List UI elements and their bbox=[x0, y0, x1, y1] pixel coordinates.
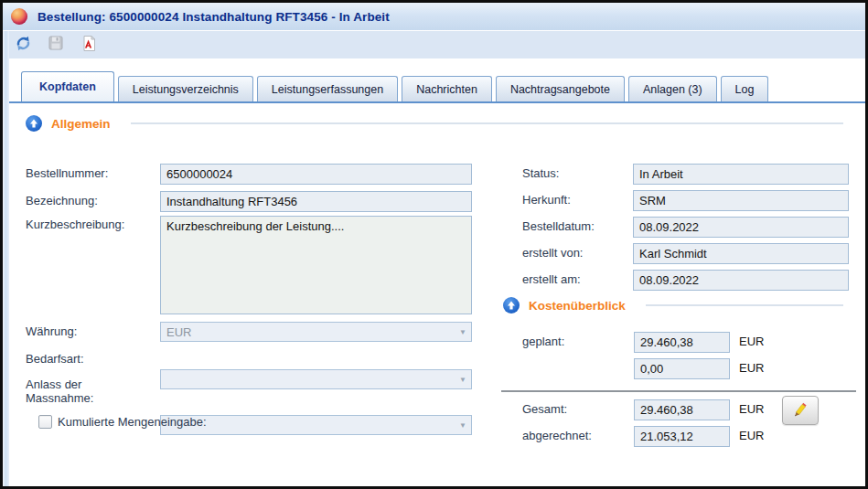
edit-gesamt-button[interactable] bbox=[782, 396, 819, 425]
waehrung-selected-value: EUR bbox=[166, 325, 191, 339]
chevron-down-icon: ▼ bbox=[459, 328, 466, 336]
tab-panel-kopfdaten: Allgemein Bestellnummer: Bezeichnung: Ku… bbox=[9, 103, 865, 486]
section-allgemein-header: Allgemein bbox=[26, 115, 854, 132]
kurzbeschreibung-field[interactable]: Kurzbeschreibung der Leistung.... bbox=[160, 216, 472, 314]
status-label: Status: bbox=[522, 166, 627, 180]
bezeichnung-label: Bezeichnung: bbox=[26, 194, 154, 207]
herkunft-field[interactable] bbox=[633, 190, 849, 211]
bestelldatum-field[interactable] bbox=[633, 217, 849, 238]
gesamt-label: Gesamt: bbox=[522, 402, 627, 416]
waehrung-label: Währung: bbox=[26, 324, 154, 338]
section-rule bbox=[131, 122, 843, 124]
geplant-currency: EUR bbox=[739, 335, 764, 348]
herkunft-label: Herkunft: bbox=[522, 193, 627, 207]
chevron-down-icon: ▼ bbox=[459, 376, 466, 384]
geplant-label: geplant: bbox=[522, 335, 627, 348]
section-rule bbox=[646, 304, 843, 306]
section-title-allgemein: Allgemein bbox=[51, 117, 111, 131]
erstellt-am-label: erstellt am: bbox=[522, 272, 627, 286]
kumulierte-checkbox[interactable] bbox=[38, 415, 52, 429]
tab-leistungserfassungen[interactable]: Leistungserfassungen bbox=[257, 76, 398, 101]
gesamt-currency: EUR bbox=[739, 402, 764, 416]
abgerechnet-field[interactable] bbox=[634, 426, 730, 447]
tab-leistungsverzeichnis[interactable]: Leistungsverzeichnis bbox=[118, 76, 253, 101]
app-logo-icon bbox=[11, 8, 27, 25]
window-frame-strip bbox=[3, 31, 9, 486]
bedarfsart-select[interactable]: ▼ bbox=[160, 369, 472, 389]
erstellt-von-label: erstellt von: bbox=[522, 246, 627, 260]
kumulierte-label: Kumulierte Mengeneingabe: bbox=[58, 415, 207, 429]
bedarfsart-label: Bedarfsart: bbox=[26, 352, 154, 366]
pencil-icon bbox=[793, 401, 809, 420]
bestellnummer-label: Bestellnummer: bbox=[26, 166, 154, 180]
save-icon bbox=[48, 35, 64, 55]
geplant-zeile2-field[interactable] bbox=[634, 358, 730, 379]
status-field[interactable] bbox=[633, 164, 849, 185]
erstellt-von-field[interactable] bbox=[633, 243, 849, 264]
kurzbeschreibung-label: Kurzbeschreibung: bbox=[26, 218, 154, 231]
pdf-export-icon bbox=[80, 35, 97, 56]
app-window: Bestellung: 6500000024 Instandhaltung RF… bbox=[0, 0, 868, 489]
geplant-field[interactable] bbox=[634, 332, 730, 353]
gesamt-field[interactable] bbox=[634, 399, 730, 420]
section-kosten-header: Kostenüberblick bbox=[503, 297, 854, 314]
window-title: Bestellung: 6500000024 Instandhaltung RF… bbox=[38, 10, 390, 24]
toolbar bbox=[3, 31, 865, 58]
erstellt-am-field[interactable] bbox=[633, 270, 849, 291]
tab-anlagen[interactable]: Anlagen (3) bbox=[628, 76, 717, 101]
abgerechnet-label: abgerechnet: bbox=[522, 429, 627, 442]
collapse-section-icon[interactable] bbox=[26, 115, 42, 132]
bestellnummer-field[interactable] bbox=[160, 164, 472, 185]
refresh-button[interactable] bbox=[13, 35, 33, 55]
tab-nachtragsangebote[interactable]: Nachtragsangebote bbox=[496, 76, 625, 101]
section-title-kosten: Kostenüberblick bbox=[529, 299, 626, 313]
tab-nachrichten[interactable]: Nachrichten bbox=[402, 76, 492, 101]
bestelldatum-label: Bestelldatum: bbox=[522, 219, 627, 233]
refresh-icon bbox=[15, 35, 32, 56]
anlass-select[interactable]: ▼ bbox=[160, 415, 472, 435]
chevron-down-icon: ▼ bbox=[459, 421, 466, 430]
save-button[interactable] bbox=[46, 35, 66, 55]
bezeichnung-field[interactable] bbox=[160, 191, 472, 212]
title-bar: Bestellung: 6500000024 Instandhaltung RF… bbox=[3, 3, 865, 31]
abgerechnet-currency: EUR bbox=[739, 429, 764, 442]
anlass-label: Anlass der Massnahme: bbox=[26, 377, 126, 405]
pdf-export-button[interactable] bbox=[79, 35, 99, 55]
tab-kopfdaten[interactable]: Kopfdaten bbox=[21, 71, 114, 101]
waehrung-select[interactable]: EUR ▼ bbox=[160, 322, 472, 342]
kosten-divider bbox=[501, 390, 856, 392]
tab-log[interactable]: Log bbox=[721, 76, 769, 101]
collapse-section-icon[interactable] bbox=[503, 297, 520, 314]
tab-strip: Kopfdaten Leistungsverzeichnis Leistungs… bbox=[9, 60, 865, 103]
zeile2-currency: EUR bbox=[739, 361, 764, 375]
